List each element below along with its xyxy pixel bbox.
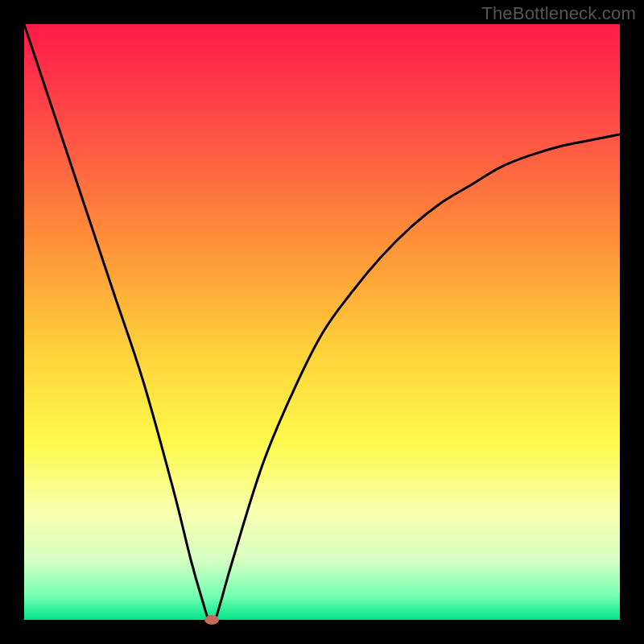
chart-frame: TheBottleneck.com [0,0,644,644]
optimum-marker [204,615,219,625]
plot-background [24,24,620,620]
watermark-text: TheBottleneck.com [481,3,636,24]
bottleneck-chart [0,0,644,644]
